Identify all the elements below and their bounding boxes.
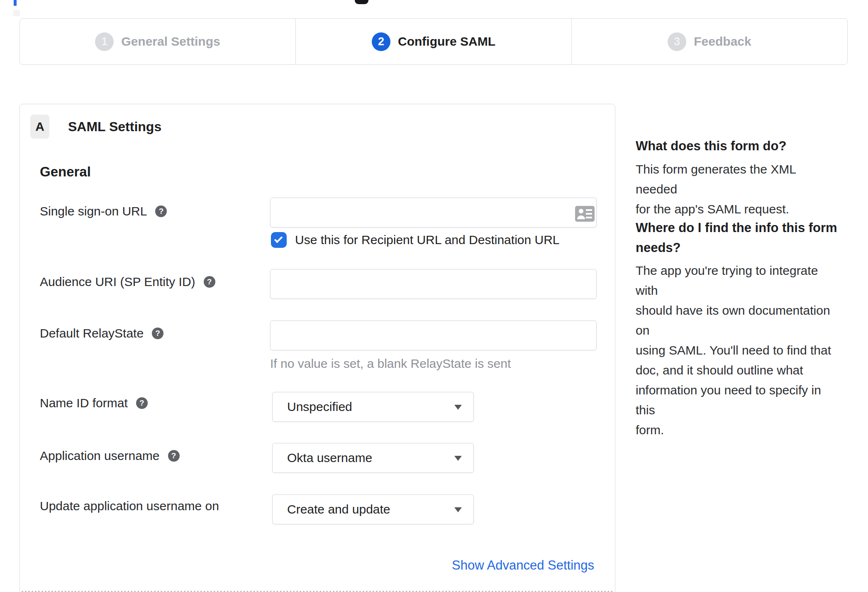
update-app-username-label-row: Update application username on bbox=[40, 499, 219, 513]
step-label: General Settings bbox=[121, 34, 220, 49]
step-label: Feedback bbox=[694, 34, 751, 49]
section-title: SAML Settings bbox=[68, 119, 161, 135]
step-feedback[interactable]: 3 Feedback bbox=[571, 19, 847, 64]
step-general-settings[interactable]: 1 General Settings bbox=[20, 19, 295, 64]
step-number-badge: 3 bbox=[668, 32, 686, 51]
contact-card-line bbox=[586, 213, 592, 215]
contact-card-line bbox=[586, 209, 592, 211]
sso-url-label-row: Single sign-on URL ? bbox=[40, 204, 167, 218]
contact-card-body bbox=[577, 215, 585, 219]
application-username-select[interactable]: Okta username bbox=[272, 443, 474, 473]
panel-header: A SAML Settings bbox=[30, 115, 161, 139]
default-relaystate-label-row: Default RelayState ? bbox=[40, 326, 163, 340]
application-username-label-row: Application username ? bbox=[40, 449, 180, 463]
name-id-format-select[interactable]: Unspecified bbox=[272, 392, 474, 422]
cropped-header-fragment-gray bbox=[13, 10, 20, 16]
relaystate-hint: If no value is set, a blank RelayState i… bbox=[270, 357, 511, 371]
use-for-recipient-destination-checkbox[interactable] bbox=[271, 232, 287, 248]
wizard-stepper: 1 General Settings 2 Configure SAML 3 Fe… bbox=[20, 18, 848, 65]
section-a-badge: A bbox=[30, 115, 49, 139]
checkmark-icon bbox=[274, 235, 283, 243]
step-label: Configure SAML bbox=[398, 34, 495, 49]
contact-card-icon[interactable] bbox=[575, 206, 595, 222]
contact-card-line bbox=[586, 217, 592, 218]
cropped-header-fragment-blue bbox=[14, 0, 17, 6]
sso-url-label: Single sign-on URL bbox=[40, 204, 147, 218]
chevron-down-icon bbox=[454, 507, 462, 512]
audience-uri-input[interactable] bbox=[270, 269, 597, 299]
step-number-badge: 2 bbox=[372, 32, 390, 51]
chevron-down-icon bbox=[454, 405, 462, 410]
sidebar-heading-where: Where do I find the info this form needs… bbox=[636, 218, 840, 258]
name-id-format-value: Unspecified bbox=[287, 400, 352, 414]
step-number-badge: 1 bbox=[95, 32, 114, 51]
cropped-header-fragment-logo bbox=[355, 0, 368, 4]
chevron-down-icon bbox=[454, 456, 462, 461]
help-icon[interactable]: ? bbox=[168, 450, 180, 462]
step-configure-saml[interactable]: 2 Configure SAML bbox=[295, 19, 571, 64]
use-for-recipient-destination-label: Use this for Recipient URL and Destinati… bbox=[295, 233, 560, 247]
update-app-username-label: Update application username on bbox=[40, 499, 219, 513]
update-app-username-value: Create and update bbox=[287, 502, 390, 516]
help-icon[interactable]: ? bbox=[155, 205, 167, 217]
saml-settings-panel: A SAML Settings General Single sign-on U… bbox=[20, 104, 615, 592]
name-id-format-label-row: Name ID format ? bbox=[40, 396, 148, 410]
default-relaystate-input[interactable] bbox=[270, 320, 597, 350]
sidebar-heading-what: What does this form do? bbox=[636, 136, 840, 156]
sidebar-body-what: This form generates the XML needed for t… bbox=[636, 159, 840, 219]
help-icon[interactable]: ? bbox=[136, 397, 148, 409]
application-username-label: Application username bbox=[40, 449, 160, 463]
update-app-username-select[interactable]: Create and update bbox=[272, 494, 474, 524]
default-relaystate-label: Default RelayState bbox=[40, 326, 144, 340]
help-icon[interactable]: ? bbox=[152, 328, 163, 339]
contact-card-head bbox=[579, 209, 583, 213]
application-username-value: Okta username bbox=[287, 451, 372, 465]
audience-uri-label-row: Audience URI (SP Entity ID) ? bbox=[40, 275, 215, 289]
sidebar-body-where: The app you're trying to integrate with … bbox=[636, 261, 840, 440]
show-advanced-settings-link[interactable]: Show Advanced Settings bbox=[452, 558, 594, 573]
audience-uri-label: Audience URI (SP Entity ID) bbox=[40, 275, 195, 289]
single-sign-on-url-input[interactable] bbox=[270, 198, 597, 228]
help-icon[interactable]: ? bbox=[204, 276, 215, 288]
general-group-heading: General bbox=[40, 164, 91, 180]
name-id-format-label: Name ID format bbox=[40, 396, 128, 410]
